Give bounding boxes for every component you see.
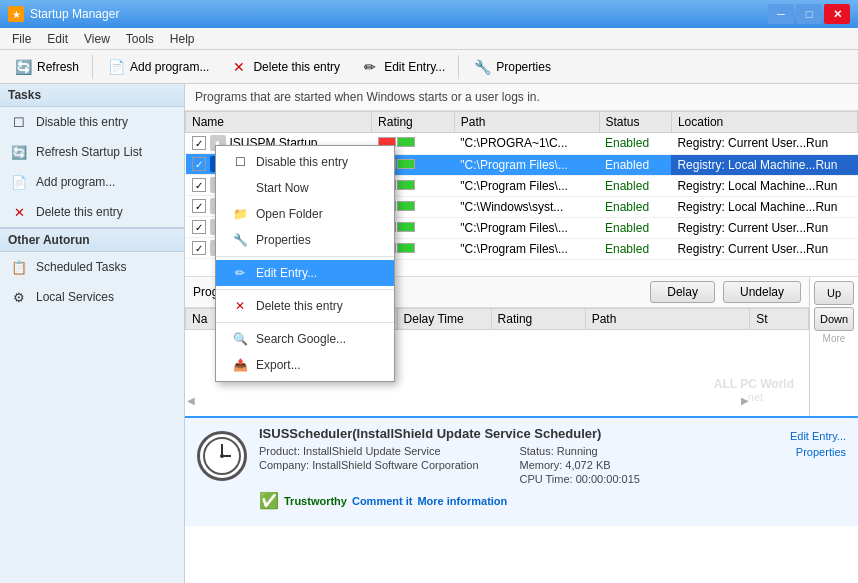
- col-name: Name: [186, 112, 372, 133]
- properties-button[interactable]: 🔧 Properties: [463, 53, 560, 81]
- row-checkbox[interactable]: ✓: [192, 241, 206, 255]
- product-label: Product: InstallShield Update Service: [259, 445, 517, 457]
- ctx-folder-label: Open Folder: [256, 207, 323, 221]
- ctx-edit-icon: ✏: [232, 265, 248, 281]
- cell-location: Registry: Current User...Run: [671, 217, 857, 238]
- ctx-disable-label: Disable this entry: [256, 155, 348, 169]
- cell-location: Registry: Current User...Run: [671, 238, 857, 259]
- ctx-open-folder[interactable]: 📁 Open Folder: [216, 201, 394, 227]
- sidebar-disable[interactable]: ☐ Disable this entry: [0, 107, 184, 137]
- disable-icon: ☐: [10, 113, 28, 131]
- sidebar-refresh-label: Refresh Startup List: [36, 145, 142, 159]
- delete-button[interactable]: ✕ Delete this entry: [220, 53, 349, 81]
- row-checkbox[interactable]: ✓: [192, 136, 206, 150]
- menu-edit[interactable]: Edit: [39, 30, 76, 48]
- col-path: Path: [454, 112, 599, 133]
- ctx-disable-icon: ☐: [232, 154, 248, 170]
- row-checkbox[interactable]: ✓: [192, 178, 206, 192]
- undelay-button[interactable]: Undelay: [723, 281, 801, 303]
- rating-green: [397, 243, 415, 253]
- refresh-label: Refresh: [37, 60, 79, 74]
- title-bar-left: ★ Startup Manager: [8, 6, 119, 22]
- ctx-delete-label: Delete this entry: [256, 299, 343, 313]
- delete-sidebar-icon: ✕: [10, 203, 28, 221]
- window-title: Startup Manager: [30, 7, 119, 21]
- cell-path: "C:\Program Files\...: [454, 154, 599, 175]
- refresh-button[interactable]: 🔄 Refresh: [4, 53, 88, 81]
- tasks-title: Tasks: [0, 84, 184, 107]
- sidebar-scheduled-tasks[interactable]: 📋 Scheduled Tasks: [0, 252, 184, 282]
- cell-status: Enabled: [599, 196, 671, 217]
- menu-file[interactable]: File: [4, 30, 39, 48]
- col-rating: Rating: [372, 112, 455, 133]
- menu-view[interactable]: View: [76, 30, 118, 48]
- down-button[interactable]: Down: [814, 307, 854, 331]
- delay-col-st: St: [750, 309, 809, 330]
- sidebar-disable-label: Disable this entry: [36, 115, 128, 129]
- company-label: Company: InstallShield Software Corporat…: [259, 459, 517, 471]
- rating-green: [397, 159, 415, 169]
- ctx-properties-icon: 🔧: [232, 232, 248, 248]
- sidebar-add-label: Add program...: [36, 175, 115, 189]
- context-menu: ☐ Disable this entry Start Now 📁 Open Fo…: [215, 145, 395, 382]
- cell-path: "C:\Program Files\...: [454, 217, 599, 238]
- cell-path: "C:\Program Files\...: [454, 175, 599, 196]
- col-location: Location: [671, 112, 857, 133]
- sidebar-scheduled-tasks-label: Scheduled Tasks: [36, 260, 127, 274]
- rating-green: [397, 222, 415, 232]
- edit-button[interactable]: ✏ Edit Entry...: [351, 53, 454, 81]
- ctx-search-icon: 🔍: [232, 331, 248, 347]
- watermark: ALL PC World .net: [714, 377, 794, 403]
- ctx-start-label: Start Now: [256, 181, 309, 195]
- app-icon: ★: [8, 6, 24, 22]
- minimize-button[interactable]: ─: [768, 4, 794, 24]
- updown-buttons: Up Down More: [809, 277, 858, 416]
- row-checkbox[interactable]: ✓: [192, 220, 206, 234]
- toolbar: 🔄 Refresh 📄 Add program... ✕ Delete this…: [0, 50, 858, 84]
- menu-help[interactable]: Help: [162, 30, 203, 48]
- watermark-line2: .net: [714, 391, 794, 403]
- ctx-sep-2: [216, 289, 394, 290]
- row-checkbox[interactable]: ✓: [192, 157, 206, 171]
- scroll-left-icon[interactable]: ◀: [187, 395, 195, 406]
- watermark-line1: ALL PC World: [714, 377, 794, 391]
- toolbar-sep-2: [458, 55, 459, 79]
- sidebar-add[interactable]: 📄 Add program...: [0, 167, 184, 197]
- sidebar-delete-label: Delete this entry: [36, 205, 123, 219]
- ctx-search-label: Search Google...: [256, 332, 346, 346]
- sidebar-delete[interactable]: ✕ Delete this entry: [0, 197, 184, 227]
- ctx-disable[interactable]: ☐ Disable this entry: [216, 149, 394, 175]
- ctx-export[interactable]: 📤 Export...: [216, 352, 394, 378]
- row-checkbox[interactable]: ✓: [192, 199, 206, 213]
- close-button[interactable]: ✕: [824, 4, 850, 24]
- title-bar: ★ Startup Manager ─ □ ✕: [0, 0, 858, 28]
- properties-link[interactable]: Properties: [796, 446, 846, 458]
- more-label[interactable]: More: [814, 333, 854, 344]
- ctx-start-now[interactable]: Start Now: [216, 175, 394, 201]
- add-label: Add program...: [130, 60, 209, 74]
- trustworthy-area: ✅ Trustworthy Comment it More informatio…: [259, 491, 778, 510]
- bottom-details: Product: InstallShield Update Service St…: [259, 445, 778, 485]
- main-layout: Tasks ☐ Disable this entry 🔄 Refresh Sta…: [0, 84, 858, 583]
- menu-tools[interactable]: Tools: [118, 30, 162, 48]
- maximize-button[interactable]: □: [796, 4, 822, 24]
- cell-path: "C:\Program Files\...: [454, 238, 599, 259]
- edit-entry-link[interactable]: Edit Entry...: [790, 430, 846, 442]
- cell-location: Registry: Local Machine...Run: [671, 175, 857, 196]
- trust-icon: ✅: [259, 491, 279, 510]
- ctx-search-google[interactable]: 🔍 Search Google...: [216, 326, 394, 352]
- scroll-right-icon[interactable]: ▶: [741, 395, 749, 406]
- more-info-link[interactable]: More information: [417, 495, 507, 507]
- up-button[interactable]: Up: [814, 281, 854, 305]
- delay-button[interactable]: Delay: [650, 281, 715, 303]
- ctx-properties[interactable]: 🔧 Properties: [216, 227, 394, 253]
- comment-link[interactable]: Comment it: [352, 495, 413, 507]
- sidebar-local-services[interactable]: ⚙ Local Services: [0, 282, 184, 312]
- delay-col-rating: Rating: [491, 309, 585, 330]
- ctx-edit-entry[interactable]: ✏ Edit Entry...: [216, 260, 394, 286]
- add-button[interactable]: 📄 Add program...: [97, 53, 218, 81]
- sidebar-refresh[interactable]: 🔄 Refresh Startup List: [0, 137, 184, 167]
- ctx-delete[interactable]: ✕ Delete this entry: [216, 293, 394, 319]
- clock-icon: [197, 431, 247, 481]
- cpu-label: CPU Time: 00:00:00:015: [519, 473, 777, 485]
